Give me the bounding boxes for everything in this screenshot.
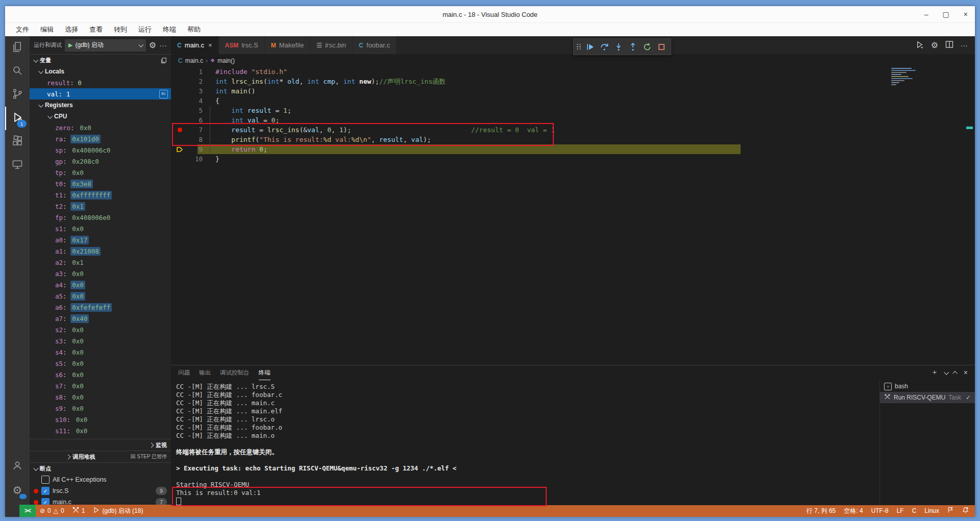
check-icon[interactable]: ✓ <box>966 394 971 401</box>
notifications[interactable] <box>958 505 975 517</box>
breadcrumb-file[interactable]: main.c <box>185 57 203 64</box>
panel-tab-输出[interactable]: 输出 <box>199 365 211 380</box>
breakpoint-row-All C++ Exceptions[interactable]: All C++ Exceptions <box>30 474 171 485</box>
maximize-panel-icon[interactable] <box>952 370 958 376</box>
debug-session-status[interactable]: (gdb) 启动 (18) <box>89 505 147 517</box>
locals-group[interactable]: Locals <box>30 66 171 77</box>
sidebar-item-remote-explorer[interactable] <box>5 154 30 177</box>
sidebar-item-source-control[interactable] <box>5 83 30 107</box>
minimize-button[interactable]: – <box>924 10 928 18</box>
register-row-gp[interactable]: gp: 0x208c0 <box>30 156 171 167</box>
continue-button[interactable] <box>584 41 596 53</box>
restart-button[interactable] <box>641 41 653 53</box>
breakpoint-icon[interactable] <box>178 128 182 132</box>
new-terminal-icon[interactable]: ＋ <box>931 368 938 377</box>
debug-settings-gear-icon[interactable]: ⚙ <box>149 41 156 49</box>
tab-lrsc.bin[interactable]: ☰lrsc.bin <box>310 36 353 54</box>
watch-section-header[interactable]: 监视 <box>30 439 171 451</box>
code-line[interactable]: 8 printf("This is result:%d val:%d\n", r… <box>171 135 975 144</box>
register-row-t1[interactable]: t1: 0xffffffff <box>30 189 171 201</box>
menu-item-终端[interactable]: 终端 <box>158 24 181 35</box>
more-actions-icon[interactable]: ··· <box>159 41 167 49</box>
menu-item-运行[interactable]: 运行 <box>134 24 156 35</box>
register-row-s7[interactable]: s7: 0x0 <box>30 380 171 391</box>
menu-item-编辑[interactable]: 编辑 <box>36 24 58 35</box>
statusbar-item-行 7, 列 65[interactable]: 行 7, 列 65 <box>802 505 840 517</box>
register-row-a4[interactable]: a4: 0x0 <box>30 279 171 290</box>
menu-item-选择[interactable]: 选择 <box>60 24 83 35</box>
breadcrumb-symbol[interactable]: main() <box>217 57 235 64</box>
code-line[interactable]: 2int lrsc_ins(int* old, int cmp, int new… <box>171 77 975 86</box>
register-row-a6[interactable]: a6: 0xfefefeff <box>30 302 171 313</box>
code-line[interactable]: 1#include "stdio.h" <box>171 67 975 77</box>
step-out-button[interactable] <box>627 41 639 53</box>
code-line[interactable]: 6 int val = 0; <box>171 115 975 125</box>
start-debug-icon[interactable]: ▶ <box>68 42 72 48</box>
register-row-a2[interactable]: a2: 0x1 <box>30 257 171 268</box>
gutter[interactable] <box>171 146 188 153</box>
local-variable-val[interactable]: val: 101 <box>30 88 171 100</box>
drag-handle[interactable] <box>577 44 581 50</box>
accounts-button[interactable] <box>5 455 30 478</box>
launch-config-dropdown[interactable]: ▶ (gdb) 启动 <box>65 39 146 52</box>
sidebar-item-search[interactable] <box>5 60 30 83</box>
register-row-a5[interactable]: a5: 0x0 <box>30 290 171 302</box>
step-over-button[interactable] <box>598 41 610 53</box>
register-row-a0[interactable]: a0: 0x17 <box>30 234 171 245</box>
register-row-s10[interactable]: s10: 0x0 <box>30 414 171 425</box>
variables-tree[interactable]: Localsresult: 0val: 101RegistersCPUzero:… <box>30 66 171 439</box>
local-variable-result[interactable]: result: 0 <box>30 77 171 88</box>
maximize-button[interactable]: ▢ <box>943 10 949 18</box>
minimap[interactable] <box>891 68 918 85</box>
register-row-t2[interactable]: t2: 0x1 <box>30 201 171 212</box>
register-row-s8[interactable]: s8: 0x0 <box>30 391 171 403</box>
register-row-zero[interactable]: zero: 0x0 <box>30 122 171 133</box>
breakpoint-row-lrsc.S[interactable]: ✓lrsc.S9 <box>30 485 171 497</box>
register-row-fp[interactable]: fp: 0x408006e0 <box>30 212 171 223</box>
register-row-a1[interactable]: a1: 0x21008 <box>30 245 171 257</box>
cpu-group[interactable]: CPU <box>30 111 171 122</box>
breakpoint-row-main.c[interactable]: ✓main.c7 <box>30 497 171 505</box>
tab-lrsc.S[interactable]: ASMlrsc.S <box>219 36 265 54</box>
close-panel-icon[interactable]: × <box>964 368 968 377</box>
problems-status[interactable]: ⊘ 0 △ 0 <box>36 505 68 517</box>
statusbar-item-Linux[interactable]: Linux <box>920 505 943 517</box>
stop-button[interactable] <box>655 41 668 53</box>
register-row-a7[interactable]: a7: 0x40 <box>30 313 171 324</box>
feedback-flag[interactable] <box>943 505 958 517</box>
register-row-ra[interactable]: ra: 0x101d0 <box>30 133 171 144</box>
close-icon[interactable]: × <box>208 41 212 49</box>
call-stack-section-header[interactable]: 调用堆栈 因 STEP 已暂停 <box>30 451 171 462</box>
code-line[interactable]: 10} <box>171 154 975 164</box>
variables-section-header[interactable]: 变量 <box>30 54 171 66</box>
panel-tab-终端[interactable]: 终端 <box>259 365 271 380</box>
sidebar-item-run-and-debug[interactable]: 1 <box>5 107 30 130</box>
gear-icon[interactable]: ⚙ <box>931 41 938 49</box>
terminal-output[interactable]: CC -[M] 正在构建 ... lrsc.SCC -[M] 正在构建 ... … <box>171 380 879 505</box>
statusbar-item-UTF-8[interactable]: UTF-8 <box>867 505 893 517</box>
code-line[interactable]: 7 result = lrsc_ins(&val, 0, 1); //resul… <box>171 125 975 135</box>
tasks-status[interactable]: 1 <box>68 505 89 517</box>
menu-item-转到[interactable]: 转到 <box>109 24 132 35</box>
settings-button[interactable]: ⚙ <box>5 478 30 502</box>
step-into-button[interactable] <box>612 41 625 53</box>
breakpoint-checkbox[interactable] <box>41 476 50 484</box>
terminal-instance-bash[interactable]: >bash <box>880 381 975 392</box>
menu-item-帮助[interactable]: 帮助 <box>183 24 205 35</box>
tab-foobar.c[interactable]: Cfoobar.c <box>353 36 397 54</box>
statusbar-item-LF[interactable]: LF <box>893 505 908 517</box>
register-row-s2[interactable]: s2: 0x0 <box>30 324 171 335</box>
register-row-sp[interactable]: sp: 0x408006c0 <box>30 144 171 156</box>
panel-tab-问题[interactable]: 问题 <box>178 365 190 380</box>
register-row-s11[interactable]: s11: 0x0 <box>30 425 171 436</box>
register-row-s3[interactable]: s3: 0x0 <box>30 335 171 346</box>
statusbar-item-空格: 4[interactable]: 空格: 4 <box>840 505 867 517</box>
sidebar-item-explorer[interactable] <box>5 36 30 60</box>
chevron-down-icon[interactable] <box>944 369 949 375</box>
breakpoint-checkbox[interactable]: ✓ <box>41 498 50 505</box>
binary-view-icon[interactable]: 01 <box>159 90 168 98</box>
code-editor[interactable]: 1#include "stdio.h"2int lrsc_ins(int* ol… <box>171 67 975 365</box>
register-row-s9[interactable]: s9: 0x0 <box>30 403 171 414</box>
split-editor-icon[interactable] <box>945 40 953 50</box>
code-line[interactable]: 5 int result = 1; <box>171 106 975 115</box>
